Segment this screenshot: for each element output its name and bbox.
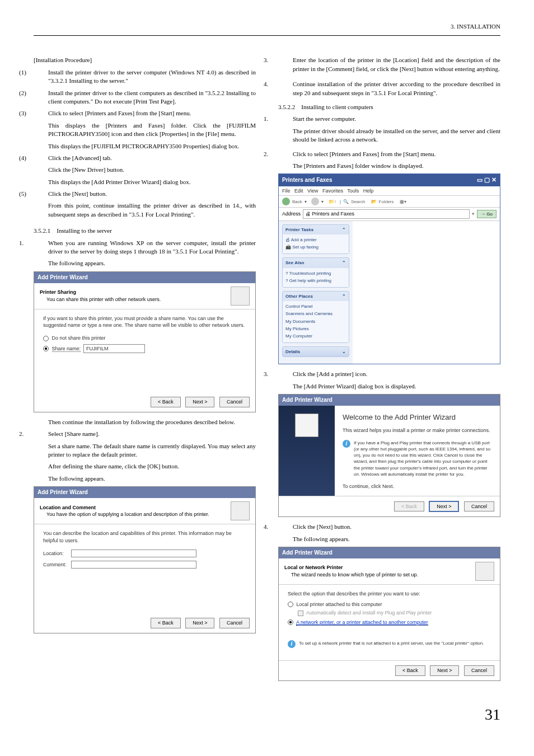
sidebar-item-control-panel[interactable]: Control Panel [285,303,346,310]
opt-local-printer: Local printer attached to this computer [297,602,382,607]
step-num: 3. [278,56,293,64]
cancel-button[interactable]: Cancel [464,501,494,512]
client-step-3: 3.Click the [Add a printer] icon. [278,370,500,378]
next-button[interactable]: Next > [185,618,214,628]
dialog-title: Add Printer Wizard [279,395,500,406]
collapse-icon[interactable]: ⌃ [342,260,346,266]
back-button[interactable]: < Back [151,618,181,628]
address-bar: Address 🖨 Printers and Faxes ▾ → Go [279,208,500,221]
opt-network-printer: A network printer, or a printer attached… [296,619,428,626]
forward-icon[interactable] [311,198,319,205]
address-input[interactable]: 🖨 Printers and Faxes [303,209,470,219]
go-button[interactable]: → Go [477,210,496,218]
step-num: (2) [34,89,48,97]
menubar[interactable]: File Edit View Favorites Tools Help [279,186,500,196]
radio-share-name[interactable] [43,346,49,351]
step-text: Click the [Next] button. [48,190,107,197]
section-num: 3.5.2.2 [278,104,295,110]
views-icon[interactable]: ▦▾ [400,199,406,205]
folders-icon[interactable]: 📂 [371,199,377,205]
item-label: Set up faxing [292,245,318,250]
cancel-button[interactable]: Cancel [219,618,250,628]
search-label: Search [351,199,365,205]
screenshot-location-comment: Add Printer Wizard Location and Comment … [34,486,256,633]
step-num: (4) [34,154,48,162]
search-icon[interactable]: 🔍 [343,199,349,205]
wizard-side-image [279,406,335,496]
address-label: Address [282,210,301,218]
step-5-cont: From this point, continue installing the… [34,201,256,219]
sidebar-printer-tasks: Printer Tasks⌃ 🖨 Add a printer 📠 Set up … [282,224,349,255]
back-button[interactable]: < Back [395,665,425,676]
screenshot-printers-faxes-window: Printers and Faxes ▭ ▢ ✕ File Edit View … [278,173,500,364]
dialog-subheader: Printer Sharing You can share this print… [34,283,255,309]
step-1: (1)Install the printer driver to the ser… [34,68,256,86]
sub-heading: Location and Comment [40,505,96,510]
opt-no-share: Do not share this printer [52,335,106,341]
expand-icon[interactable]: ⌄ [342,349,346,355]
page-header: 3. INSTALLATION [34,22,500,31]
step-num: 3. [278,370,293,378]
checkbox-auto-detect [298,611,303,616]
step-3-cont: This displays the [Printers and Faxes] f… [34,121,256,139]
step-num: (5) [34,190,48,198]
menu-favorites[interactable]: Favorites [322,188,343,194]
after-ss1-text: Then continue the installation by follow… [34,418,256,426]
next-button[interactable]: Next > [185,397,214,407]
sidebar-item-add-printer[interactable]: 🖨 Add a printer [285,236,346,243]
comment-input[interactable] [71,561,196,569]
menu-edit[interactable]: Edit [294,188,303,194]
menu-tools[interactable]: Tools [347,188,359,194]
window-title: Printers and Faxes [282,176,332,184]
radio-network-printer[interactable] [288,619,293,625]
client-step-4: 4.Click the [Next] button. [278,523,500,531]
client-step-1: 1.Start the server computer. [278,115,500,123]
client-step-4-cont: The following appears. [278,535,500,543]
window-controls[interactable]: ▭ ▢ ✕ [477,176,496,184]
back-button: < Back [394,501,424,512]
menu-file[interactable]: File [282,188,291,194]
explorer-sidebar: Printer Tasks⌃ 🖨 Add a printer 📠 Set up … [279,221,353,364]
right-step-3: 3.Enter the location of the printer in t… [278,56,500,73]
sidebar-item-troubleshoot[interactable]: ? Troubleshoot printing [285,270,346,277]
group-heading: Printer Tasks [285,227,313,233]
cancel-button[interactable]: Cancel [464,665,494,676]
collapse-icon[interactable]: ⌃ [342,293,346,299]
cancel-button[interactable]: Cancel [219,397,250,407]
collapse-icon[interactable]: ⌃ [342,227,346,233]
up-icon[interactable]: 📁↑ [329,199,336,205]
sidebar-item-get-help[interactable]: ? Get help with printing [285,277,346,284]
step-3: (3)Click to select [Printers and Faxes] … [34,109,256,118]
server-step-2: 2.Select [Share name]. [34,430,256,438]
section-title: Installing to client computers [301,104,373,110]
step-text: Install the printer driver to the server… [48,69,256,84]
printer-icon [231,287,250,306]
location-input[interactable] [71,550,196,557]
radio-no-share[interactable] [43,336,49,341]
body-text: Select the option that describes the pri… [288,590,491,598]
group-heading: Details [285,349,300,355]
dialog-buttons: < Back Next > Cancel [34,613,255,633]
radio-local-printer[interactable] [288,602,293,607]
sidebar-item-my-pictures[interactable]: My Pictures [285,325,346,332]
section-num: 3.5.2.1 [34,227,50,234]
menu-help[interactable]: Help [363,188,374,194]
back-icon[interactable] [282,198,290,205]
printer-icon [475,562,494,581]
sidebar-item-my-documents[interactable]: My Documents [285,318,346,325]
wizard-body: Welcome to the Add Printer Wizard This w… [335,406,500,496]
next-button[interactable]: Next > [430,665,459,676]
sub-heading: Local or Network Printer [284,565,343,570]
sidebar-item-setup-faxing[interactable]: 📠 Set up faxing [285,243,346,251]
menu-view[interactable]: View [307,188,318,194]
step-text: Click the [Next] button. [293,523,352,530]
next-button[interactable]: Next > [429,501,459,513]
sidebar-item-scanners[interactable]: Scanners and Cameras [285,310,346,317]
location-label: Location: [43,550,71,557]
dialog-buttons: < Back Next > Cancel [34,392,255,412]
back-button[interactable]: < Back [151,397,181,407]
sidebar-item-my-computer[interactable]: My Computer [285,332,346,340]
share-name-input[interactable]: FUJIFILM [83,344,145,354]
dialog-body: Select the option that describes the pri… [279,585,500,660]
client-step-2: 2.Click to select [Printers and Faxes] f… [278,150,500,158]
